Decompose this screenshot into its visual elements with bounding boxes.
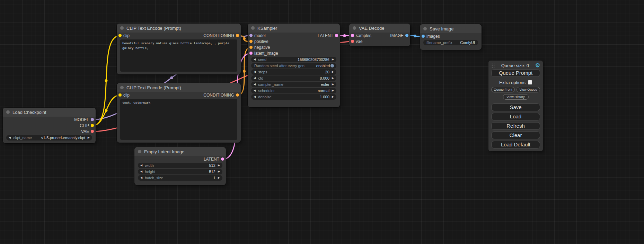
node-title-bar[interactable]: CLIP Text Encode (Prompt) (117, 24, 241, 33)
node-vae-decode[interactable]: VAE Decode samples IMAGE vae (349, 24, 410, 46)
collapse-dot[interactable] (138, 150, 141, 153)
link-midpoint-dot-model[interactable] (170, 76, 173, 79)
scheduler-widget[interactable]: ◀ scheduler normal ▶ (251, 88, 336, 93)
steps-widget[interactable]: ◀ steps 20 ▶ (251, 69, 336, 75)
latent-output-dot[interactable] (335, 34, 338, 37)
node-title-bar[interactable]: KSampler (248, 24, 340, 33)
conditioning-output-dot[interactable] (236, 93, 239, 97)
images-input-dot[interactable] (422, 35, 425, 38)
filename-prefix-widget[interactable]: filename_prefix ComfyUI (423, 40, 478, 45)
seed-widget[interactable]: ◀ seed 156680208700286 ▶ (251, 57, 336, 62)
negative-input-dot[interactable] (249, 46, 253, 49)
node-save-image[interactable]: Save Image images filename_prefix ComfyU… (420, 24, 482, 50)
node-title-bar[interactable]: Save Image (420, 24, 482, 33)
collapse-dot[interactable] (251, 26, 255, 30)
link-midpoint-dot-image[interactable] (414, 35, 416, 37)
extra-options-checkbox[interactable] (528, 80, 532, 84)
link-midpoint-dot-samples[interactable] (343, 34, 346, 37)
node-title-bar[interactable]: VAE Decode (349, 24, 410, 33)
clip-input-dot[interactable] (118, 93, 122, 97)
node-clip-text-encode-positive[interactable]: CLIP Text Encode (Prompt) clip CONDITION… (117, 24, 241, 74)
arrow-left-icon[interactable]: ◀ (140, 170, 142, 173)
random-seed-toggle-widget[interactable]: Random seed after every gen enabled (251, 63, 336, 69)
latent-output-dot[interactable] (221, 157, 224, 161)
arrow-left-icon[interactable]: ◀ (140, 164, 142, 167)
settings-gear-icon[interactable]: ⚙ (535, 63, 540, 68)
node-clip-text-encode-negative[interactable]: CLIP Text Encode (Prompt) clip CONDITION… (117, 83, 241, 143)
arrow-right-icon[interactable]: ▶ (88, 136, 90, 139)
arrow-right-icon[interactable]: ▶ (332, 77, 334, 80)
arrow-left-icon[interactable]: ◀ (254, 89, 256, 92)
latent-image-input-dot[interactable] (249, 52, 253, 55)
arrow-right-icon[interactable]: ▶ (218, 177, 220, 179)
view-queue-button[interactable]: View Queue (517, 87, 540, 92)
node-title-bar[interactable]: CLIP Text Encode (Prompt) (117, 83, 241, 92)
batch-size-widget[interactable]: ◀ batch_size 1 ▶ (138, 175, 222, 181)
collapse-dot[interactable] (353, 26, 356, 30)
cfg-widget[interactable]: ◀ cfg 8.000 ▶ (251, 75, 336, 81)
link-midpoint-dot-clip-to-negative[interactable] (105, 109, 108, 112)
height-widget[interactable]: ◀ height 512 ▶ (138, 169, 222, 174)
arrow-left-icon[interactable]: ◀ (254, 83, 256, 86)
load-default-button[interactable]: Load Default (491, 141, 540, 148)
arrow-right-icon[interactable]: ▶ (332, 89, 334, 92)
arrow-right-icon[interactable]: ▶ (218, 164, 220, 167)
save-button[interactable]: Save (491, 103, 540, 111)
queue-menu-panel[interactable]: Queue size: 0 ⚙ Queue Prompt Extra optio… (488, 61, 543, 151)
widget-label: ckpt_name (13, 136, 32, 140)
conditioning-output-dot[interactable] (236, 34, 239, 37)
clear-button[interactable]: Clear (491, 132, 540, 139)
node-empty-latent-image[interactable]: Empty Latent Image LATENT ◀ width 512 ▶ … (134, 147, 226, 185)
denoise-widget[interactable]: ◀ denoise 1.000 ▶ (251, 94, 336, 100)
positive-input-dot[interactable] (249, 40, 253, 43)
image-output-dot[interactable] (405, 34, 408, 37)
arrow-left-icon[interactable]: ◀ (140, 177, 142, 179)
arrow-left-icon[interactable]: ◀ (9, 136, 11, 139)
input-slot-latent-image: latent_image (248, 50, 340, 56)
vae-input-dot[interactable] (351, 40, 354, 43)
drag-handle-icon[interactable] (491, 63, 495, 68)
arrow-left-icon[interactable]: ◀ (254, 77, 256, 80)
node-title-bar[interactable]: Empty Latent Image (134, 147, 226, 156)
ckpt-name-widget[interactable]: ◀ ckpt_name v1-5-pruned-emaonly.ckpt ▶ (6, 135, 92, 141)
collapse-dot[interactable] (6, 110, 10, 114)
extra-options-label: Extra options (499, 80, 526, 85)
output-slot-clip: CLIP (3, 123, 96, 128)
arrow-right-icon[interactable]: ▶ (332, 96, 334, 98)
model-output-dot[interactable] (91, 118, 94, 121)
vae-output-dot[interactable] (91, 130, 94, 133)
node-graph-canvas[interactable]: Load Checkpoint MODEL CLIP VAE ◀ ckpt_na… (0, 0, 644, 244)
arrow-right-icon[interactable]: ▶ (218, 170, 220, 173)
node-title-bar[interactable]: Load Checkpoint (3, 108, 96, 117)
queue-front-button[interactable]: Queue Front (491, 87, 515, 92)
toggle-knob[interactable] (330, 64, 334, 67)
sampler-name-widget[interactable]: ◀ sampler_name euler ▶ (251, 82, 336, 87)
collapse-dot[interactable] (120, 86, 124, 89)
width-widget[interactable]: ◀ width 512 ▶ (138, 163, 222, 168)
arrow-left-icon[interactable]: ◀ (254, 71, 256, 73)
output-slot-latent: LATENT (134, 156, 226, 162)
arrow-right-icon[interactable]: ▶ (332, 58, 334, 61)
view-history-button[interactable]: View History (503, 94, 529, 100)
queue-prompt-button[interactable]: Queue Prompt (491, 69, 540, 77)
node-title: Load Checkpoint (12, 110, 46, 115)
link-midpoint-dot-clip-to-positive[interactable] (105, 79, 108, 82)
arrow-right-icon[interactable]: ▶ (332, 71, 334, 73)
arrow-left-icon[interactable]: ◀ (254, 58, 256, 61)
model-input-dot[interactable] (249, 34, 253, 37)
clip-output-dot[interactable] (91, 124, 94, 127)
arrow-right-icon[interactable]: ▶ (332, 83, 334, 86)
link-midpoint-dot-negative-conditioning[interactable] (243, 70, 246, 73)
load-button[interactable]: Load (491, 113, 540, 120)
link-midpoint-dot-positive-conditioning[interactable] (243, 37, 246, 40)
arrow-left-icon[interactable]: ◀ (254, 96, 256, 98)
node-load-checkpoint[interactable]: Load Checkpoint MODEL CLIP VAE ◀ ckpt_na… (3, 108, 96, 143)
refresh-button[interactable]: Refresh (491, 122, 540, 130)
node-ksampler[interactable]: KSampler model LATENT positive negative … (248, 24, 340, 107)
clip-input-dot[interactable] (118, 34, 122, 37)
positive-prompt-textarea[interactable]: beautiful scenery nature glass bottle la… (120, 39, 237, 72)
collapse-dot[interactable] (423, 27, 427, 30)
collapse-dot[interactable] (120, 26, 124, 30)
negative-prompt-textarea[interactable]: text, watermark (120, 99, 237, 140)
samples-input-dot[interactable] (351, 34, 354, 37)
